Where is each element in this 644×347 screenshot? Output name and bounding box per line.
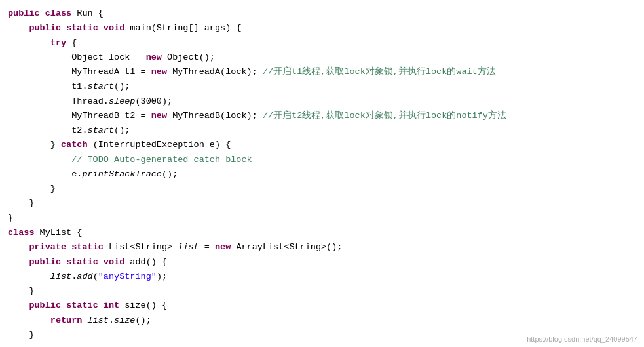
code-line-11: // TODO Auto-generated catch block [0,153,644,167]
code-container: public class Run { public static void ma… [0,0,644,347]
code-line-6: t1.start(); [0,79,644,94]
code-line-9: t2.start(); [0,123,644,138]
watermark: https://blog.csdn.net/qq_24099547 [527,334,637,346]
code-line-18: public static void add() { [0,255,644,270]
code-line-15: } [0,211,644,226]
code-line-10: } catch (InterruptedException e) { [0,138,644,152]
code-line-1: public class Run { [0,7,644,21]
code-line-19: list.add("anyString"); [0,270,644,284]
code-line-22: return list.size(); [0,314,644,328]
code-line-4: Object lock = new Object(); [0,51,644,65]
code-line-13: } [0,182,644,196]
code-line-3: try { [0,36,644,51]
code-line-17: private static List<String> list = new A… [0,240,644,255]
code-line-20: } [0,284,644,298]
code-line-5: MyThreadA t1 = new MyThreadA(lock); //开启… [0,65,644,79]
code-line-7: Thread.sleep(3000); [0,94,644,109]
code-line-14: } [0,196,644,211]
code-line-2: public static void main(String[] args) { [0,21,644,35]
code-line-12: e.printStackTrace(); [0,167,644,182]
code-line-16: class MyList { [0,226,644,240]
code-line-21: public static int size() { [0,298,644,313]
code-line-8: MyThreadB t2 = new MyThreadB(lock); //开启… [0,109,644,123]
